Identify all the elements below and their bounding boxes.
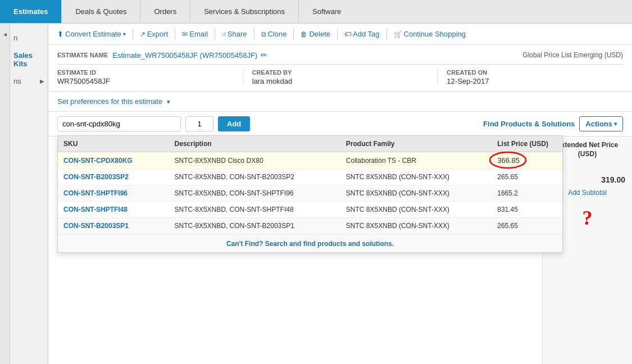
- tab-services-subscriptions[interactable]: Services & Subscriptions: [190, 0, 299, 23]
- product-dropdown: SKU Description Product Family List Pric…: [57, 135, 563, 253]
- row4-family: SNTC 8X5XNBD (CON-SNT-XXX): [340, 202, 492, 218]
- clone-button[interactable]: ⧉ Clone: [257, 28, 292, 40]
- row2-family: SNTC 8X5XNBD (CON-SNT-XXX): [340, 169, 492, 185]
- set-preferences-row: Set preferences for this estimate ▾: [48, 92, 632, 112]
- sidebar-item-sales-kits[interactable]: Sales Kits: [10, 47, 48, 72]
- row4-price: 831.45: [492, 202, 562, 218]
- created-on-label: CREATED ON: [447, 69, 623, 76]
- set-preferences-text: Set preferences for this estimate: [57, 97, 162, 106]
- created-by-block: CREATED BY lara mokdad: [243, 69, 438, 85]
- export-button[interactable]: ↗ Export: [135, 28, 173, 40]
- sidebar-label-ns: ns: [13, 77, 21, 85]
- estimate-meta: ESTIMATE ID WR75005458JF CREATED BY lara…: [57, 64, 623, 85]
- add-button[interactable]: Add: [218, 116, 250, 131]
- table-row[interactable]: CON-SNT-B2003SP1 SNTC-8X5XNBD, CON-SNT-B…: [58, 218, 562, 234]
- row2-description: SNTC-8X5XNBD, CON-SNT-B2003SP2: [169, 169, 340, 185]
- add-tag-button[interactable]: 🏷 Add Tag: [340, 28, 384, 40]
- estimate-id-label: ESTIMATE ID: [57, 69, 234, 76]
- toolbar: ⬆ Convert Estimate ▾ ↗ Export ✉ Email ⑁ …: [48, 24, 632, 45]
- email-icon: ✉: [182, 30, 188, 38]
- col-list-price: List Price (USD): [492, 136, 562, 152]
- actions-button[interactable]: Actions ▾: [579, 116, 623, 131]
- export-icon: ↗: [140, 30, 146, 38]
- sidebar-toggle[interactable]: ◂: [0, 24, 10, 364]
- actions-chevron-icon: ▾: [614, 121, 617, 127]
- created-by-label: CREATED BY: [252, 69, 429, 76]
- cart-icon: 🛒: [394, 30, 402, 38]
- sidebar-item-ns[interactable]: ns ▶: [10, 72, 48, 90]
- row3-family: SNTC 8X5XNBD (CON-SNT-XXX): [340, 185, 492, 202]
- col-product-family: Product Family: [340, 136, 492, 152]
- tab-deals-quotes[interactable]: Deals & Quotes: [62, 0, 140, 23]
- quantity-input[interactable]: [185, 116, 213, 131]
- created-on-value: 12-Sep-2017: [447, 77, 623, 85]
- estimate-name-value: Estimate_WR75005458JF (WR75005458JF): [112, 51, 257, 60]
- row5-family: SNTC 8X5XNBD (CON-SNT-XXX): [340, 218, 492, 234]
- estimate-id-value: WR75005458JF: [57, 77, 234, 85]
- row1-price: 366.85: [492, 152, 562, 169]
- convert-estimate-label: Convert Estimate: [65, 30, 121, 38]
- row2-sku: CON-SNT-B2003SP2: [58, 169, 169, 185]
- table-row[interactable]: CON-SNT-SHPTFI96 SNTC-8X5XNBD, CON-SNT-S…: [58, 185, 562, 202]
- estimate-header: ESTIMATE NAME Estimate_WR75005458JF (WR7…: [48, 45, 632, 92]
- row4-sku: CON-SNT-SHPTFI48: [58, 202, 169, 218]
- row2-price: 265.65: [492, 169, 562, 185]
- created-by-value: lara mokdad: [252, 77, 429, 85]
- price-list-info: Global Price List Emerging (USD): [522, 51, 623, 59]
- add-tag-label: Add Tag: [353, 30, 379, 38]
- row1-sku: CON-SNT-CPDX80KG: [58, 152, 169, 169]
- row3-description: SNTC-8X5XNBD, CON-SNT-SHPTFI96: [169, 185, 340, 202]
- separator-4: [254, 29, 254, 40]
- edit-icon[interactable]: ✏: [261, 51, 267, 60]
- estimate-id-block: ESTIMATE ID WR75005458JF: [57, 69, 243, 85]
- dropdown-table: SKU Description Product Family List Pric…: [58, 136, 562, 234]
- share-icon: ⑁: [222, 30, 226, 38]
- col-sku: SKU: [58, 136, 169, 152]
- tab-estimates[interactable]: Estimates: [0, 0, 62, 23]
- add-product-section: Add Find Products & Solutions Actions ▾ …: [48, 112, 632, 136]
- estimate-name-label: ESTIMATE NAME: [57, 52, 108, 58]
- top-nav: Estimates Deals & Quotes Orders Services…: [0, 0, 632, 24]
- set-preferences-link[interactable]: Set preferences for this estimate ▾: [57, 97, 170, 106]
- chevron-down-icon: ▾: [167, 98, 170, 105]
- cant-find-link[interactable]: Can't Find? Search and find products and…: [226, 240, 394, 248]
- separator-1: [133, 29, 133, 40]
- row5-description: SNTC-8X5XNBD, CON-SNT-B2003SP1: [169, 218, 340, 234]
- separator-2: [175, 29, 175, 40]
- row5-sku: CON-SNT-B2003SP1: [58, 218, 169, 234]
- dropdown-footer: Can't Find? Search and find products and…: [58, 234, 562, 252]
- sidebar-item-n[interactable]: n: [10, 29, 48, 47]
- tab-orders[interactable]: Orders: [140, 0, 190, 23]
- table-row[interactable]: CON-SNT-CPDX80KG SNTC-8X5XNBD Cisco DX80…: [58, 152, 562, 169]
- clone-icon: ⧉: [261, 30, 266, 38]
- content-area: ⬆ Convert Estimate ▾ ↗ Export ✉ Email ⑁ …: [48, 24, 632, 364]
- table-row[interactable]: CON-SNT-SHPTFI48 SNTC-8X5XNBD, CON-SNT-S…: [58, 202, 562, 218]
- search-input[interactable]: [57, 116, 181, 131]
- separator-6: [337, 29, 338, 40]
- find-products-button[interactable]: Find Products & Solutions: [483, 120, 575, 128]
- delete-label: Delete: [309, 30, 330, 38]
- email-label: Email: [189, 30, 208, 38]
- table-row[interactable]: CON-SNT-B2003SP2 SNTC-8X5XNBD, CON-SNT-B…: [58, 169, 562, 185]
- estimate-name-row: ESTIMATE NAME Estimate_WR75005458JF (WR7…: [57, 51, 623, 60]
- row3-price: 1665.2: [492, 185, 562, 202]
- row5-price: 265.65: [492, 218, 562, 234]
- email-button[interactable]: ✉ Email: [178, 28, 212, 40]
- tag-icon: 🏷: [344, 30, 351, 38]
- sidebar-arrow-icon[interactable]: ▶: [40, 78, 44, 84]
- row1-description: SNTC-8X5XNBD Cisco DX80: [169, 152, 340, 169]
- row1-family: Collaboration TS - CBR: [340, 152, 492, 169]
- svg-point-0: [490, 152, 526, 168]
- delete-button[interactable]: 🗑 Delete: [296, 28, 335, 40]
- continue-shopping-button[interactable]: 🛒 Continue Shopping: [389, 28, 471, 40]
- convert-estimate-button[interactable]: ⬆ Convert Estimate ▾: [53, 28, 130, 40]
- continue-shopping-label: Continue Shopping: [404, 30, 466, 38]
- share-button[interactable]: ⑁ Share: [217, 28, 252, 40]
- delete-icon: 🗑: [301, 30, 307, 38]
- main-container: ◂ n Sales Kits ns ▶ ⬆ Convert Estimate ▾…: [0, 24, 632, 364]
- add-subtotal-link[interactable]: Add Subtotal: [568, 189, 607, 197]
- sidebar-label-n: n: [13, 34, 17, 42]
- collapse-icon[interactable]: ◂: [3, 30, 7, 38]
- col-description: Description: [169, 136, 340, 152]
- tab-software[interactable]: Software: [299, 0, 354, 23]
